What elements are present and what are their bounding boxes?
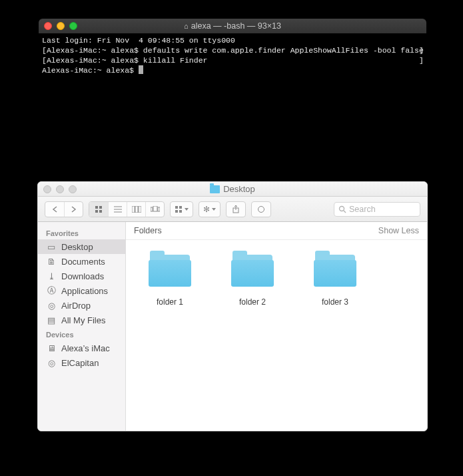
sidebar-item-label: All My Files: [61, 315, 105, 325]
nav-buttons: [45, 201, 83, 217]
folder-grid: folder 1 folder 2 folder 3: [126, 240, 427, 321]
svg-rect-3: [99, 210, 102, 213]
applications-icon: Ⓐ: [46, 285, 57, 297]
terminal-line: Alexas-iMac:~ alexa$ defaults write com.…: [47, 46, 424, 55]
finder-toolbar: ✻ Search: [38, 197, 427, 222]
finder-window: Desktop ✻ Search Favorites ▭Desktop 🗎Doc…: [37, 181, 428, 431]
sidebar-item-label: Downloads: [61, 271, 104, 281]
terminal-title-text: alexa — -bash — 93×13: [191, 21, 281, 31]
sidebar-heading-devices: Devices: [38, 327, 125, 341]
svg-rect-12: [158, 207, 160, 211]
show-less-button[interactable]: Show Less: [378, 226, 419, 235]
imac-icon: 🖥: [46, 343, 57, 353]
home-icon: ⌂: [184, 22, 189, 30]
sidebar-item-imac[interactable]: 🖥Alexa’s iMac: [38, 341, 125, 355]
sidebar-item-label: Documents: [61, 257, 105, 267]
tags-button[interactable]: [251, 201, 271, 217]
finder-titlebar[interactable]: Desktop: [38, 182, 427, 197]
forward-button[interactable]: [64, 202, 83, 217]
sidebar-item-desktop[interactable]: ▭Desktop: [38, 239, 125, 254]
folder-item[interactable]: folder 1: [146, 255, 194, 307]
terminal-title: ⌂ alexa — -bash — 93×13: [39, 21, 426, 31]
sidebar-item-airdrop[interactable]: ◎AirDrop: [38, 298, 125, 313]
svg-rect-7: [132, 206, 135, 213]
sidebar-item-label: Alexa’s iMac: [61, 343, 110, 353]
sidebar-heading-favorites: Favorites: [38, 226, 125, 239]
svg-point-19: [340, 206, 344, 211]
sidebar-item-downloads[interactable]: ⤓Downloads: [38, 269, 125, 283]
sidebar-item-label: Desktop: [61, 242, 93, 252]
finder-title-text: Desktop: [223, 184, 255, 194]
svg-rect-0: [95, 206, 98, 209]
folder-icon: [210, 185, 220, 193]
svg-rect-13: [175, 206, 178, 209]
sidebar-item-label: AirDrop: [61, 301, 91, 311]
terminal-window: ⌂ alexa — -bash — 93×13 Last login: Fri …: [39, 19, 426, 164]
svg-rect-11: [151, 207, 153, 211]
svg-rect-15: [175, 210, 178, 213]
sidebar-item-label: ElCapitan: [61, 358, 99, 368]
allmyfiles-icon: ▤: [46, 315, 57, 325]
downloads-icon: ⤓: [46, 271, 57, 281]
search-placeholder: Search: [349, 205, 376, 214]
search-icon: [338, 205, 346, 213]
finder-title: Desktop: [38, 184, 427, 194]
desktop-icon: ▭: [46, 242, 57, 252]
svg-rect-10: [153, 206, 157, 211]
folder-icon: [314, 255, 356, 287]
terminal-line: Last login: Fri Nov 4 09:48:55 on ttys00…: [42, 36, 235, 45]
disk-icon: ◎: [46, 358, 57, 368]
share-button[interactable]: [226, 201, 246, 217]
svg-rect-14: [179, 206, 182, 209]
section-title: Folders: [134, 226, 162, 235]
sidebar-item-label: Applications: [61, 286, 108, 296]
folder-item[interactable]: folder 2: [229, 255, 276, 307]
folder-label: folder 3: [322, 297, 348, 307]
folder-label: folder 1: [157, 297, 183, 307]
section-header: Folders Show Less: [126, 222, 427, 240]
list-view-button[interactable]: [108, 202, 127, 217]
svg-rect-8: [135, 206, 138, 213]
sidebar-item-elcapitan[interactable]: ◎ElCapitan: [38, 355, 125, 370]
terminal-line: Alexas-iMac:~ alexa$ killall Finder: [47, 56, 208, 65]
terminal-body[interactable]: Last login: Fri Nov 4 09:48:55 on ttys00…: [39, 33, 426, 77]
column-view-button[interactable]: [127, 202, 145, 217]
sidebar-item-documents[interactable]: 🗎Documents: [38, 254, 125, 269]
coverflow-view-button[interactable]: [145, 202, 164, 217]
finder-sidebar: Favorites ▭Desktop 🗎Documents ⤓Downloads…: [38, 222, 126, 431]
svg-rect-1: [99, 206, 102, 209]
folder-icon: [231, 255, 274, 287]
terminal-prompt: Alexas-iMac:~ alexa$: [42, 66, 139, 75]
sidebar-item-allmyfiles[interactable]: ▤All My Files: [38, 313, 125, 327]
svg-rect-16: [179, 210, 182, 213]
gear-icon: ✻: [203, 205, 210, 214]
finder-content: Folders Show Less folder 1 folder 2 fold…: [126, 222, 427, 431]
svg-rect-9: [139, 206, 141, 213]
folder-item[interactable]: folder 3: [311, 255, 359, 307]
cursor: [139, 65, 143, 74]
action-button[interactable]: ✻: [199, 201, 221, 217]
documents-icon: 🗎: [46, 257, 57, 267]
search-field[interactable]: Search: [334, 202, 420, 217]
svg-rect-2: [95, 210, 98, 213]
svg-point-18: [258, 206, 264, 212]
sidebar-item-applications[interactable]: ⒶApplications: [38, 283, 125, 298]
folder-icon: [149, 255, 191, 287]
back-button[interactable]: [45, 202, 64, 217]
arrange-button[interactable]: [170, 201, 193, 217]
svg-line-20: [344, 211, 346, 213]
folder-label: folder 2: [239, 297, 266, 307]
airdrop-icon: ◎: [46, 301, 57, 311]
terminal-titlebar[interactable]: ⌂ alexa — -bash — 93×13: [39, 19, 426, 33]
view-buttons: [89, 201, 165, 217]
icon-view-button[interactable]: [89, 202, 108, 217]
